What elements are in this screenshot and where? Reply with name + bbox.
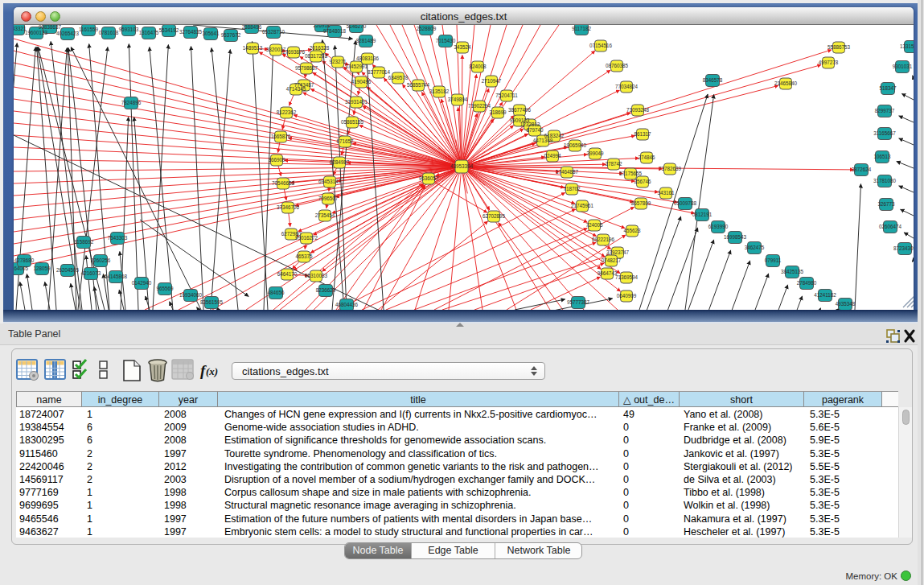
svg-text:19065940: 19065940: [564, 142, 587, 148]
svg-text:67175655: 67175655: [619, 171, 643, 176]
svg-text:8281489: 8281489: [356, 38, 376, 43]
svg-text:305641: 305641: [202, 31, 220, 36]
svg-text:31931491: 31931491: [345, 99, 368, 105]
svg-text:4471349: 4471349: [533, 138, 553, 143]
svg-text:71369594: 71369594: [615, 274, 639, 280]
svg-text:69222196: 69222196: [592, 237, 615, 242]
svg-text:5534192: 5534192: [159, 27, 179, 33]
svg-text:17464887: 17464887: [556, 169, 579, 175]
svg-text:484656: 484656: [267, 290, 285, 295]
svg-text:32764835: 32764835: [179, 29, 203, 35]
svg-text:3158692: 3158692: [74, 239, 94, 245]
svg-text:2388496: 2388496: [242, 25, 262, 30]
svg-text:4714345: 4714345: [286, 86, 306, 92]
svg-text:679740: 679740: [526, 127, 544, 133]
svg-text:106513: 106513: [873, 154, 891, 159]
svg-text:2735454: 2735454: [315, 212, 335, 218]
svg-text:83777014: 83777014: [368, 69, 391, 75]
svg-text:69453147: 69453147: [318, 179, 342, 184]
svg-text:7015430: 7015430: [436, 38, 456, 43]
svg-text:05009788: 05009788: [674, 200, 697, 206]
svg-text:718702: 718702: [563, 186, 581, 192]
svg-text:518347: 518347: [879, 85, 897, 91]
svg-text:07154516: 07154516: [589, 43, 613, 48]
svg-text:824008: 824008: [469, 64, 487, 69]
svg-text:256746: 256746: [634, 179, 651, 184]
svg-text:4935348: 4935348: [836, 301, 856, 307]
svg-text:465375: 465375: [295, 253, 313, 259]
svg-text:38425135: 38425135: [781, 269, 804, 274]
svg-text:16998543: 16998543: [724, 234, 747, 240]
svg-text:87234309: 87234309: [893, 245, 914, 251]
svg-text:83561595: 83561595: [200, 299, 224, 305]
svg-text:73782639: 73782639: [659, 166, 682, 171]
svg-text:71902294: 71902294: [468, 103, 491, 109]
svg-text:0640909: 0640909: [617, 293, 637, 299]
svg-text:62702895: 62702895: [483, 213, 506, 219]
svg-text:343161: 343161: [657, 190, 675, 196]
svg-text:923271: 923271: [329, 59, 347, 64]
svg-text:75204711: 75204711: [495, 93, 518, 98]
svg-text:6464170: 6464170: [277, 271, 298, 277]
svg-text:90838637: 90838637: [39, 25, 62, 30]
svg-text:2016328: 2016328: [310, 45, 330, 51]
svg-text:08317278: 08317278: [305, 53, 328, 59]
svg-text:1489513: 1489513: [243, 45, 263, 51]
svg-text:8299737: 8299737: [875, 108, 895, 113]
svg-text:02606474: 02606474: [879, 224, 902, 229]
svg-text:965569: 965569: [156, 286, 174, 291]
svg-text:4216073: 4216073: [81, 270, 101, 276]
svg-text:21465840: 21465840: [774, 80, 798, 86]
svg-text:38677496: 38677496: [508, 107, 532, 113]
svg-text:70546688: 70546688: [272, 180, 295, 186]
svg-text:9117182: 9117182: [572, 26, 592, 31]
svg-text:278742: 278742: [605, 161, 622, 167]
svg-text:4278680: 4278680: [14, 257, 35, 263]
svg-text:65328710: 65328710: [262, 29, 285, 35]
svg-text:48083136: 48083136: [356, 56, 380, 61]
svg-text:2710947: 2710947: [482, 78, 502, 84]
svg-text:9636057: 9636057: [419, 175, 439, 181]
svg-text:37452991: 37452991: [345, 64, 368, 69]
svg-text:9537672: 9537672: [221, 32, 241, 38]
svg-text:2528809: 2528809: [417, 26, 437, 31]
svg-text:6193990: 6193990: [708, 224, 729, 229]
svg-text:05865185: 05865185: [341, 119, 364, 125]
svg-text:9593103: 9593103: [119, 27, 139, 32]
svg-text:95777387: 95777387: [567, 299, 590, 305]
svg-text:128059: 128059: [33, 266, 51, 271]
svg-text:326773: 326773: [877, 201, 895, 207]
svg-text:2260256: 2260256: [91, 257, 111, 263]
svg-text:0748217: 0748217: [602, 257, 622, 263]
svg-text:8346578: 8346578: [703, 77, 723, 83]
svg-text:724005: 724005: [585, 222, 603, 228]
svg-text:3872624: 3872624: [852, 167, 872, 172]
svg-text:455623: 455623: [623, 228, 641, 233]
svg-text:8236629: 8236629: [316, 287, 336, 293]
svg-text:671657: 671657: [336, 138, 354, 144]
svg-text:41241182: 41241182: [814, 292, 836, 298]
svg-text:6183242: 6183242: [544, 133, 565, 138]
svg-text:318699: 318699: [489, 109, 507, 115]
svg-text:1316475: 1316475: [139, 30, 159, 35]
svg-text:21745961: 21745961: [571, 203, 594, 208]
svg-text:97848018: 97848018: [323, 28, 347, 34]
svg-text:56855744: 56855744: [407, 82, 430, 88]
svg-text:0781618: 0781618: [99, 30, 119, 35]
svg-text:2784980: 2784980: [797, 280, 817, 286]
svg-text:079911: 079911: [765, 257, 782, 263]
svg-text:0142940: 0142940: [132, 280, 152, 286]
svg-text:4997278: 4997278: [819, 60, 839, 65]
svg-text:1232812: 1232812: [520, 122, 540, 127]
svg-text:366909: 366909: [268, 157, 285, 163]
svg-text:8122362: 8122362: [277, 109, 297, 115]
svg-text:31165667: 31165667: [873, 130, 896, 136]
svg-text:77034824: 77034824: [615, 84, 639, 89]
svg-text:861317: 861317: [634, 131, 651, 137]
svg-text:99016272: 99016272: [295, 235, 318, 241]
svg-text:5146270: 5146270: [347, 25, 367, 29]
svg-text:40164005: 40164005: [14, 266, 28, 271]
svg-text:71093248: 71093248: [626, 107, 650, 113]
svg-text:46804436: 46804436: [335, 302, 359, 307]
svg-text:4190496: 4190496: [351, 79, 372, 84]
